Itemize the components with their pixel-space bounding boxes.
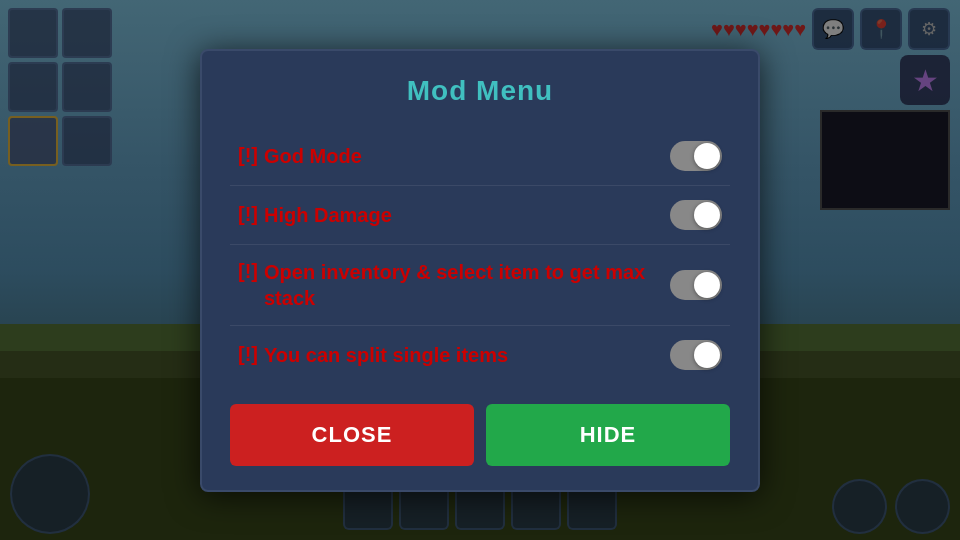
god-mode-label: [!] God Mode xyxy=(238,143,654,169)
mod-item-max-stack: [!] Open inventory & select item to get … xyxy=(230,244,730,325)
god-mode-toggle[interactable] xyxy=(670,141,722,171)
close-button[interactable]: CLOSE xyxy=(230,404,474,466)
god-mode-prefix: [!] xyxy=(238,144,258,167)
mod-menu-buttons: CLOSE HIDE xyxy=(230,404,730,466)
split-items-toggle[interactable] xyxy=(670,340,722,370)
high-damage-label: [!] High Damage xyxy=(238,202,654,228)
split-items-prefix: [!] xyxy=(238,343,258,366)
split-items-text: You can split single items xyxy=(264,342,508,368)
high-damage-text: High Damage xyxy=(264,202,392,228)
god-mode-text: God Mode xyxy=(264,143,362,169)
modal-overlay: Mod Menu [!] God Mode [!] High Damage xyxy=(0,0,960,540)
max-stack-text: Open inventory & select item to get max … xyxy=(264,259,654,311)
max-stack-prefix: [!] xyxy=(238,260,258,283)
high-damage-toggle[interactable] xyxy=(670,200,722,230)
mod-item-high-damage: [!] High Damage xyxy=(230,185,730,244)
split-items-label: [!] You can split single items xyxy=(238,342,654,368)
max-stack-label: [!] Open inventory & select item to get … xyxy=(238,259,654,311)
mod-item-split-items: [!] You can split single items xyxy=(230,325,730,384)
high-damage-prefix: [!] xyxy=(238,203,258,226)
hide-button[interactable]: HIDE xyxy=(486,404,730,466)
max-stack-toggle[interactable] xyxy=(670,270,722,300)
mod-item-god-mode: [!] God Mode xyxy=(230,127,730,185)
mod-menu-dialog: Mod Menu [!] God Mode [!] High Damage xyxy=(200,49,760,492)
mod-items-list: [!] God Mode [!] High Damage [!] Open in… xyxy=(230,127,730,384)
mod-menu-title: Mod Menu xyxy=(230,75,730,107)
